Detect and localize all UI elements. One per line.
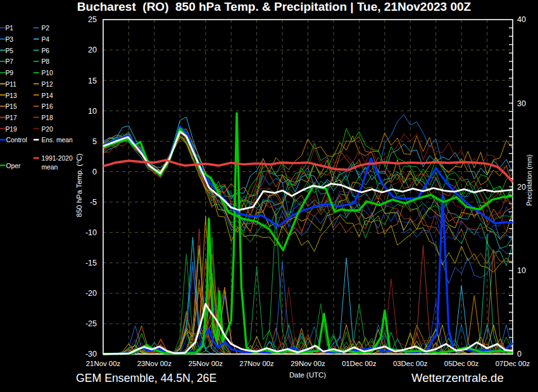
svg-text:40: 40: [517, 15, 526, 24]
svg-text:P10: P10: [42, 70, 54, 77]
svg-text:-5: -5: [90, 198, 97, 207]
svg-text:P5: P5: [6, 47, 14, 54]
svg-text:P3: P3: [6, 36, 14, 43]
svg-text:Ens. mean: Ens. mean: [42, 137, 73, 144]
svg-text:0: 0: [92, 168, 97, 176]
svg-text:-20: -20: [85, 289, 97, 298]
svg-text:Precipitation (mm): Precipitation (mm): [526, 154, 533, 205]
svg-text:P18: P18: [42, 114, 54, 121]
svg-text:P9: P9: [6, 70, 14, 77]
svg-text:10: 10: [517, 266, 526, 275]
svg-text:P14: P14: [42, 92, 54, 99]
svg-text:29Nov 00z: 29Nov 00z: [291, 360, 325, 367]
svg-text:Date (UTC): Date (UTC): [289, 371, 326, 379]
svg-text:P1: P1: [6, 25, 14, 32]
svg-text:mean: mean: [42, 164, 58, 171]
svg-text:23Nov 00z: 23Nov 00z: [137, 360, 172, 367]
svg-text:30: 30: [517, 99, 526, 108]
svg-text:P17: P17: [6, 114, 18, 121]
svg-text:Control: Control: [6, 137, 27, 144]
svg-text:10: 10: [88, 107, 97, 116]
svg-text:P12: P12: [42, 81, 54, 88]
svg-text:25: 25: [88, 15, 97, 24]
svg-text:0: 0: [517, 350, 522, 358]
svg-text:850 hPa Temp. (°C): 850 hPa Temp. (°C): [75, 153, 83, 217]
svg-text:P2: P2: [42, 25, 50, 32]
svg-text:P16: P16: [42, 103, 54, 110]
svg-text:P20: P20: [42, 126, 54, 133]
svg-text:21Nov 00z: 21Nov 00z: [86, 360, 121, 367]
svg-text:15: 15: [88, 77, 97, 85]
svg-text:P13: P13: [6, 92, 18, 99]
svg-text:Bucharest (RO) 850 hPa Temp.: Bucharest (RO) 850 hPa Temp. & Precipita…: [77, 0, 472, 13]
svg-text:Oper: Oper: [6, 162, 21, 169]
svg-text:27Nov 00z: 27Nov 00z: [239, 360, 274, 367]
svg-text:P11: P11: [6, 81, 17, 88]
svg-text:03Dec 00z: 03Dec 00z: [393, 360, 428, 367]
svg-text:20: 20: [88, 46, 97, 54]
svg-text:GEM Ensemble, 44.5N, 26E: GEM Ensemble, 44.5N, 26E: [76, 372, 216, 384]
svg-text:-25: -25: [85, 319, 97, 328]
svg-text:25Nov 00z: 25Nov 00z: [189, 360, 223, 367]
svg-text:1991-2020: 1991-2020: [42, 155, 73, 162]
svg-text:01Dec 00z: 01Dec 00z: [342, 360, 377, 367]
svg-text:Wetterzentrale.de: Wetterzentrale.de: [411, 371, 504, 384]
svg-text:P15: P15: [6, 103, 18, 110]
svg-text:20: 20: [517, 183, 526, 192]
svg-text:P7: P7: [6, 58, 14, 65]
svg-text:07Dec 00z: 07Dec 00z: [496, 360, 530, 367]
svg-text:-30: -30: [85, 350, 97, 358]
svg-text:P19: P19: [6, 126, 18, 133]
svg-text:-15: -15: [85, 259, 97, 267]
svg-text:P4: P4: [42, 36, 50, 43]
svg-text:P6: P6: [42, 47, 50, 54]
svg-text:5: 5: [92, 137, 97, 146]
svg-text:05Dec 00z: 05Dec 00z: [444, 360, 479, 367]
svg-text:P8: P8: [42, 58, 50, 65]
svg-text:-10: -10: [85, 228, 97, 237]
